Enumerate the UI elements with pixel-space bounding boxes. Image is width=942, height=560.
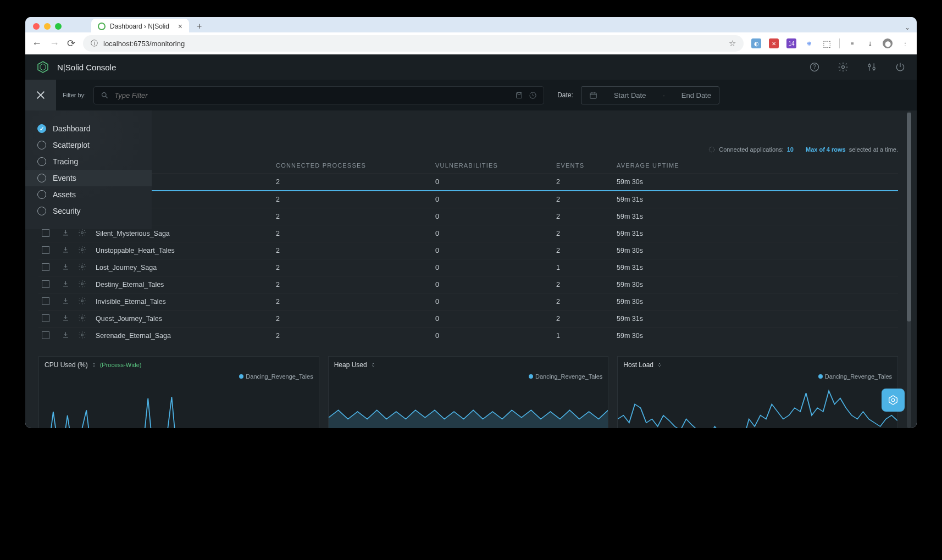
row-name: Destiny_Eternal_Tales	[91, 276, 273, 293]
table-row[interactable]: Quest_Journey_Tales20259m 31s	[38, 311, 898, 328]
nav-item-label: Events	[53, 174, 76, 182]
row-events: 2	[553, 174, 613, 191]
table-row[interactable]: Lost_Journey_Saga20159m 31s	[38, 259, 898, 276]
column-uptime-header[interactable]: AVERAGE UPTIME	[613, 158, 898, 174]
gear-icon[interactable]	[78, 331, 86, 339]
tab-title: Dashboard › N|Solid	[110, 23, 169, 30]
svg-rect-11	[517, 92, 522, 98]
download-icon[interactable]	[62, 280, 70, 288]
url-input[interactable]: ⓘ localhost:6753/monitoring ☆	[83, 35, 744, 52]
radio-icon	[37, 124, 46, 133]
column-events-header[interactable]: EVENTS	[553, 158, 613, 174]
extension-icon[interactable]: ❋	[804, 38, 814, 48]
table-row[interactable]: Silent_Mysterious_Saga20259m 31s	[38, 225, 898, 242]
reading-list-icon[interactable]: ≡	[847, 38, 857, 48]
filter-input[interactable]	[114, 91, 509, 99]
save-filter-icon[interactable]	[515, 91, 523, 99]
row-events: 2	[553, 293, 613, 311]
nav-item-security[interactable]: Security	[25, 203, 152, 219]
nav-item-dashboard[interactable]: Dashboard	[25, 120, 152, 137]
extension-badge-icon[interactable]: 14	[786, 38, 796, 48]
column-vulnerabilities-header[interactable]: VULNERABILITIES	[432, 158, 553, 174]
nav-item-tracing[interactable]: Tracing	[25, 153, 152, 170]
row-checkbox[interactable]	[42, 229, 49, 237]
new-tab-button[interactable]: +	[197, 21, 202, 31]
tabs-dropdown-icon[interactable]: ⌄	[905, 24, 910, 31]
date-range-picker[interactable]: Start Date - End Date	[581, 86, 719, 104]
download-icon[interactable]	[62, 314, 70, 322]
power-icon[interactable]	[895, 62, 906, 73]
history-icon[interactable]	[529, 91, 537, 99]
downloads-icon[interactable]: ⤓	[865, 38, 875, 48]
extensions-menu-icon[interactable]: ⬚	[822, 38, 832, 48]
back-button[interactable]: ←	[32, 38, 42, 49]
download-icon[interactable]	[62, 331, 70, 339]
window-minimize-button[interactable]	[44, 23, 51, 30]
help-icon[interactable]: ?	[809, 62, 820, 73]
row-uptime: 59m 31s	[613, 311, 898, 328]
row-processes: 2	[273, 225, 432, 242]
browser-menu-icon[interactable]: ⋮	[900, 38, 910, 48]
row-uptime: 59m 31s	[613, 259, 898, 276]
download-icon[interactable]	[62, 297, 70, 305]
row-checkbox[interactable]	[42, 246, 49, 254]
nav-toggle-button[interactable]	[25, 80, 56, 110]
row-checkbox[interactable]	[42, 331, 49, 339]
sort-icon[interactable]	[370, 362, 376, 368]
table-row[interactable]: Invisible_Eternal_Tales20259m 30s	[38, 293, 898, 311]
settings-icon[interactable]	[838, 62, 849, 73]
row-events: 2	[553, 225, 613, 242]
profile-avatar-icon[interactable]: ⬤	[883, 38, 893, 48]
gear-icon[interactable]	[78, 314, 86, 322]
vertical-scrollbar[interactable]	[907, 112, 911, 428]
cpu-chart-canvas[interactable]	[39, 382, 319, 428]
row-uptime: 59m 31s	[613, 191, 898, 208]
table-row[interactable]: es20259m 30s	[38, 174, 898, 191]
host-chart: Host Load Dancing_Revenge_Tales CPU Core…	[617, 356, 898, 428]
nav-item-assets[interactable]: Assets	[25, 186, 152, 203]
site-info-icon[interactable]: ⓘ	[91, 38, 98, 48]
row-checkbox[interactable]	[42, 280, 49, 288]
forward-button[interactable]: →	[49, 38, 59, 49]
chat-widget-button[interactable]	[882, 389, 905, 412]
bookmark-star-icon[interactable]: ☆	[729, 38, 736, 48]
extension-icon[interactable]: ◐	[751, 38, 761, 48]
nav-item-scatterplot[interactable]: Scatterplot	[25, 137, 152, 153]
gear-icon[interactable]	[78, 297, 86, 305]
row-checkbox[interactable]	[42, 314, 49, 322]
table-row[interactable]: Destiny_Eternal_Tales20259m 30s	[38, 276, 898, 293]
reload-button[interactable]: ⟳	[67, 37, 75, 49]
tab-close-icon[interactable]: ×	[178, 22, 182, 31]
row-checkbox[interactable]	[42, 263, 49, 271]
host-chart-canvas[interactable]	[618, 382, 897, 428]
download-icon[interactable]	[62, 263, 70, 271]
table-row[interactable]: 20259m 31s	[38, 208, 898, 225]
row-uptime: 59m 30s	[613, 242, 898, 259]
column-processes-header[interactable]: CONNECTED PROCESSES	[273, 158, 432, 174]
table-row[interactable]: Serenade_Eternal_Saga20159m 30s	[38, 328, 898, 345]
row-checkbox[interactable]	[42, 297, 49, 305]
gear-icon[interactable]	[78, 263, 86, 271]
browser-tab[interactable]: Dashboard › N|Solid ×	[91, 19, 189, 34]
sliders-icon[interactable]	[866, 62, 877, 73]
window-maximize-button[interactable]	[55, 23, 62, 30]
window-close-button[interactable]	[33, 23, 40, 30]
sort-icon[interactable]	[91, 362, 97, 368]
table-row[interactable]: 20259m 31s	[38, 191, 898, 208]
radio-icon	[37, 141, 46, 149]
gear-icon[interactable]	[78, 229, 86, 237]
gear-icon[interactable]	[78, 280, 86, 288]
heap-chart-canvas[interactable]	[329, 382, 608, 428]
sort-icon[interactable]	[657, 362, 662, 368]
gear-icon[interactable]	[78, 246, 86, 254]
cpu-chart-subtitle: (Process-Wide)	[100, 362, 142, 368]
svg-point-21	[81, 249, 84, 251]
download-icon[interactable]	[62, 246, 70, 254]
download-icon[interactable]	[62, 229, 70, 237]
table-row[interactable]: Unstoppable_Heart_Tales20259m 30s	[38, 242, 898, 259]
spinner-icon	[708, 146, 716, 153]
scrollbar-thumb[interactable]	[907, 113, 911, 321]
nav-item-events[interactable]: Events	[25, 170, 152, 186]
row-processes: 2	[273, 208, 432, 225]
extension-icon[interactable]: ✕	[769, 38, 779, 48]
